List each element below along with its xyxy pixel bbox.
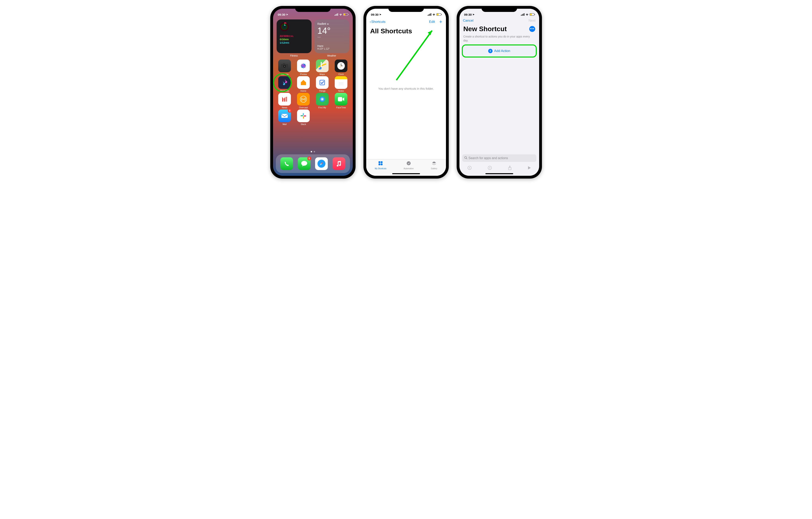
- svg-rect-56: [381, 163, 382, 165]
- ellipsis-icon: •••: [530, 27, 534, 31]
- fitness-widget[interactable]: 22/300KCAL 0/30MIN 1/12HRS: [277, 20, 312, 53]
- back-button[interactable]: ‹ Shortcuts: [370, 20, 385, 24]
- redo-button[interactable]: [488, 166, 492, 171]
- svg-point-35: [303, 99, 304, 100]
- svg-rect-47: [428, 15, 428, 16]
- svg-rect-41: [303, 113, 304, 115]
- next-button: Next: [529, 19, 535, 23]
- grid-icon: [378, 161, 383, 167]
- status-bar: 09:30➤: [459, 9, 539, 18]
- location-icon: ➤: [472, 13, 474, 16]
- shortcuts-app[interactable]: Shortcuts: [276, 76, 293, 92]
- phone-app[interactable]: [280, 157, 293, 170]
- description-text: Create a shortcut to actions you do in y…: [459, 35, 539, 46]
- svg-rect-44: [304, 115, 306, 116]
- svg-rect-54: [381, 161, 382, 163]
- battery-icon: [343, 13, 348, 16]
- toolbar: [459, 163, 539, 174]
- more-button[interactable]: •••: [529, 26, 535, 32]
- messages-app[interactable]: 5: [298, 157, 311, 170]
- edit-button[interactable]: Edit: [429, 20, 435, 24]
- svg-rect-59: [522, 14, 522, 16]
- music-app[interactable]: [332, 157, 345, 170]
- slack-app[interactable]: Slack: [295, 110, 312, 126]
- highlight-circle: [273, 74, 292, 92]
- svg-rect-49: [430, 14, 430, 16]
- battery-icon: [530, 13, 534, 16]
- page-title: All Shortcuts: [366, 26, 446, 37]
- svg-point-28: [341, 66, 342, 66]
- clock-check-icon: [406, 161, 411, 167]
- svg-line-63: [466, 158, 467, 159]
- undo-button[interactable]: [467, 166, 472, 171]
- wifi-icon: [525, 13, 529, 16]
- tab-gallery[interactable]: Gallery: [431, 161, 437, 176]
- share-button[interactable]: [508, 165, 512, 171]
- cancel-button[interactable]: Cancel: [463, 19, 473, 23]
- fitness-stand: 1/12: [280, 41, 285, 44]
- stack-icon: [432, 161, 436, 167]
- svg-rect-60: [523, 14, 523, 16]
- maps-app[interactable]: Maps: [314, 59, 331, 75]
- notes-app[interactable]: Notes: [332, 76, 350, 92]
- findmy-app[interactable]: Find My: [314, 93, 331, 109]
- svg-rect-61: [524, 13, 524, 16]
- svg-rect-42: [300, 115, 303, 116]
- facetime-app[interactable]: FaceTime: [332, 93, 350, 109]
- safari-app[interactable]: [315, 157, 328, 170]
- add-shortcut-button[interactable]: +: [439, 19, 442, 25]
- phone-home-screen: 09:30➤ 22/300KCAL 0/30MIN: [270, 6, 355, 179]
- svg-rect-23: [319, 68, 321, 70]
- status-bar: 09:30➤: [273, 9, 353, 18]
- svg-rect-55: [379, 163, 380, 165]
- svg-point-57: [407, 161, 411, 165]
- signal-icon: [335, 13, 338, 16]
- svg-point-12: [284, 65, 285, 67]
- svg-rect-13: [283, 63, 285, 64]
- fitness-move: 22/300: [280, 34, 288, 37]
- things-app[interactable]: Things: [314, 76, 331, 92]
- camera-app[interactable]: Camera: [276, 59, 293, 75]
- home-indicator[interactable]: [486, 173, 513, 174]
- mail-app[interactable]: 5Mail: [276, 110, 293, 126]
- svg-point-64: [468, 166, 471, 170]
- chevron-left-icon: ‹: [370, 20, 371, 24]
- add-action-button[interactable]: + Add Action: [463, 46, 535, 56]
- home-indicator[interactable]: [392, 173, 420, 174]
- empty-state-message: You don't have any shortcuts in this fol…: [366, 87, 446, 90]
- svg-point-65: [488, 166, 492, 170]
- svg-rect-50: [431, 13, 431, 16]
- weather-condition: Haze: [317, 45, 346, 48]
- svg-rect-3: [338, 13, 338, 16]
- phone-new-shortcut: 09:30➤ Cancel Next New Shortcut ••• Crea…: [457, 6, 542, 179]
- dock: 5: [276, 154, 350, 173]
- overcast-app[interactable]: Overcast: [295, 93, 312, 109]
- search-placeholder: Search for apps and actions: [469, 156, 508, 160]
- weather-hilo: H:23° L:12°: [317, 48, 346, 50]
- location-icon: ➤: [286, 13, 288, 16]
- svg-rect-43: [303, 116, 304, 119]
- signal-icon: [521, 13, 524, 16]
- play-button[interactable]: [528, 166, 531, 171]
- svg-point-45: [301, 161, 307, 166]
- svg-line-51: [396, 31, 432, 80]
- clock-app[interactable]: Clock: [332, 59, 350, 75]
- status-time: 09:30: [464, 13, 472, 16]
- svg-rect-39: [338, 97, 342, 101]
- wifi-icon: [339, 13, 343, 16]
- signal-icon: [428, 13, 431, 16]
- svg-rect-48: [429, 14, 429, 16]
- weather-location: Radlett: [317, 22, 326, 25]
- home-app[interactable]: Home: [295, 76, 312, 92]
- status-bar: 09:30➤: [366, 9, 446, 18]
- page-title: New Shortcut: [463, 25, 507, 33]
- tab-my-shortcuts[interactable]: My Shortcuts: [375, 161, 386, 176]
- news-app[interactable]: News: [276, 93, 293, 109]
- page-indicator[interactable]: [273, 151, 353, 153]
- weather-widget[interactable]: Radlett ➤ 14° 〰 Haze H:23° L:12°: [314, 20, 349, 53]
- svg-point-38: [321, 99, 323, 100]
- svg-rect-33: [286, 97, 287, 102]
- search-input[interactable]: Search for apps and actions: [462, 154, 536, 162]
- fitness-widget-label: Fitness: [277, 54, 312, 57]
- photos-app[interactable]: Photos: [295, 59, 312, 75]
